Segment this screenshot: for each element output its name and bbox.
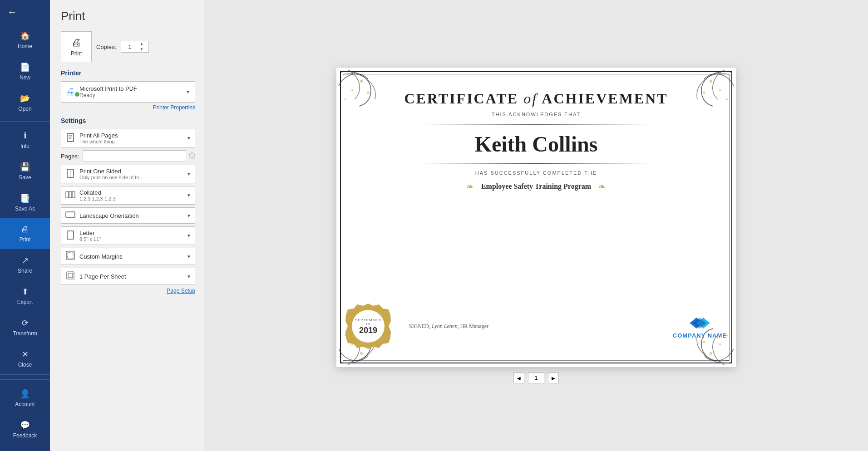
margins-icon — [65, 251, 76, 262]
print-all-pages-icon — [65, 133, 76, 144]
cert-ornament-right: ❧ — [598, 181, 606, 192]
page-setup-link[interactable]: Page Setup — [61, 288, 195, 294]
paper-size-sub: 8.5" x 11" — [79, 236, 183, 242]
sidebar-item-close[interactable]: ✕ Close — [0, 343, 50, 374]
company-name: COMPANY NAME — [673, 332, 727, 339]
paper-size-arrow: ▼ — [187, 233, 191, 238]
print-one-sided-text: Print One Sided Only print on one side o… — [79, 168, 183, 180]
share-icon: ↗ — [22, 255, 29, 265]
printer-properties-link[interactable]: Printer Properties — [61, 104, 195, 111]
printer-name: Microsoft Print to PDF — [79, 85, 137, 92]
sidebar-item-home[interactable]: 🏠 Home — [0, 25, 50, 56]
home-icon: 🏠 — [20, 31, 30, 41]
orientation-main: Landscape Orientation — [79, 212, 183, 219]
copies-input[interactable] — [121, 44, 138, 50]
cert-title: CERTIFICATE of ACHIEVEMENT — [404, 90, 668, 107]
margins-row[interactable]: Custom Margins ▼ — [61, 248, 195, 265]
pages-label: Pages: — [61, 153, 80, 160]
sidebar-item-save-as[interactable]: 📑 Save As — [0, 187, 50, 218]
sidebar-item-share[interactable]: ↗ Share — [0, 249, 50, 280]
sidebar-item-label: Close — [18, 362, 32, 368]
print-settings-panel: Print 🖨 Print Copies: ▲ ▼ Printer — [50, 0, 204, 451]
copies-down-button[interactable]: ▼ — [138, 47, 145, 52]
cert-signature-area: SIGNED, Lynn Letten, HR Manager — [409, 321, 673, 332]
sidebar-item-save[interactable]: 💾 Save — [0, 156, 50, 187]
sidebar-item-open[interactable]: 📂 Open — [0, 87, 50, 118]
sidebar-item-print[interactable]: 🖨 Print — [0, 218, 50, 249]
paper-size-main: Letter — [79, 230, 183, 236]
printer-device-icon: 🖨 — [66, 87, 75, 97]
cert-title-part1: CERTIFICATE — [404, 90, 523, 107]
sidebar-item-feedback[interactable]: 💬 Feedback — [0, 414, 50, 445]
svg-rect-8 — [72, 191, 75, 198]
sidebar-item-label: Info — [20, 143, 30, 149]
print-one-sided-sub: Only print on one side of th... — [79, 175, 183, 180]
pages-row: Pages: ⓘ — [61, 150, 195, 162]
collated-text: Collated 1,2,3 1,2,3 1,2,3 — [79, 189, 183, 201]
print-one-sided-icon — [65, 169, 76, 180]
print-all-pages-row[interactable]: Print All Pages The whole thing ▼ — [61, 129, 195, 147]
cert-sig-name: Lynn Letten — [432, 323, 458, 329]
cert-completed-text: HAS SUCCESSFULLY COMPLETED THE — [475, 170, 597, 176]
printer-section-title: Printer — [61, 69, 195, 77]
sidebar-item-label: Export — [17, 299, 33, 305]
pages-per-sheet-icon — [65, 271, 76, 282]
cert-ornament-left: ❧ — [466, 181, 474, 192]
svg-rect-9 — [66, 212, 75, 217]
paper-size-text: Letter 8.5" x 11" — [79, 230, 183, 242]
print-title: Print — [61, 9, 195, 23]
svg-rect-14 — [68, 273, 73, 278]
print-button[interactable]: 🖨 Print — [61, 31, 92, 62]
close-icon: ✕ — [22, 349, 29, 359]
settings-section: Settings Print All Pages The whole thing… — [61, 117, 195, 294]
sidebar-item-options[interactable]: ⚙ Options — [0, 445, 50, 451]
sidebar-item-label: Save — [19, 174, 31, 181]
printer-info: Microsoft Print to PDF Ready — [79, 85, 137, 98]
prev-page-button[interactable]: ◀ — [513, 373, 524, 383]
cert-title-italic: of — [523, 90, 538, 107]
collated-main: Collated — [79, 189, 183, 196]
sidebar-item-account[interactable]: 👤 Account — [0, 382, 50, 414]
cert-bottom: SEPTEMBER 19 2019 SIGNED, Lynn Letten, H… — [336, 304, 736, 349]
collated-row[interactable]: Collated 1,2,3 1,2,3 1,2,3 ▼ — [61, 186, 195, 205]
pages-info-icon[interactable]: ⓘ — [189, 152, 195, 160]
pages-per-sheet-arrow: ▼ — [187, 274, 191, 279]
sidebar-item-label: Print — [20, 236, 31, 243]
pages-input[interactable] — [83, 150, 186, 162]
sidebar-item-label: Share — [18, 268, 32, 274]
sidebar-item-info[interactable]: ℹ Info — [0, 124, 50, 156]
next-page-button[interactable]: ▶ — [548, 373, 559, 383]
cert-sig-label: SIGNED, — [409, 323, 432, 329]
copies-up-button[interactable]: ▲ — [138, 41, 145, 47]
cert-seal: SEPTEMBER 19 2019 — [345, 304, 391, 349]
preview-navigation: ◀ ▶ — [513, 373, 559, 383]
back-button[interactable]: ← — [0, 0, 50, 25]
copies-spinner: ▲ ▼ — [138, 41, 145, 52]
copies-input-group: ▲ ▼ — [121, 41, 149, 53]
sidebar-item-transform[interactable]: ⟳ Transform — [0, 312, 50, 343]
printer-section: Printer 🖨 Microsoft Print to PDF Ready ▼… — [61, 69, 195, 111]
sidebar-item-export[interactable]: ⬆ Export — [0, 280, 50, 312]
orientation-arrow: ▼ — [187, 213, 191, 218]
orientation-row[interactable]: Landscape Orientation ▼ — [61, 207, 195, 224]
sidebar-divider-1 — [0, 121, 50, 122]
sidebar-item-label: Home — [18, 43, 32, 49]
save-icon: 💾 — [20, 162, 30, 172]
cert-seal-year: 2019 — [359, 326, 377, 334]
cert-sig-line — [409, 321, 536, 321]
printer-selector[interactable]: 🖨 Microsoft Print to PDF Ready ▼ — [61, 81, 195, 103]
print-one-sided-row[interactable]: Print One Sided Only print on one side o… — [61, 165, 195, 183]
pages-per-sheet-row[interactable]: 1 Page Per Sheet ▼ — [61, 268, 195, 285]
cert-title-part2: ACHIEVEMENT — [538, 90, 668, 107]
sidebar-item-new[interactable]: 📄 New — [0, 56, 50, 87]
paper-size-row[interactable]: Letter 8.5" x 11" ▼ — [61, 226, 195, 245]
cert-divider-bottom — [423, 163, 650, 164]
page-number-input[interactable] — [528, 373, 544, 383]
certificate-preview: CERTIFICATE of ACHIEVEMENT THIS ACKNOWLE… — [336, 68, 736, 367]
cert-acknowledges: THIS ACKNOWLEDGES THAT — [492, 112, 581, 117]
orientation-icon — [65, 211, 76, 221]
cert-program-row: ❧ Employee Safety Training Program ❧ — [466, 181, 606, 192]
settings-section-title: Settings — [61, 117, 195, 124]
print-all-pages-sub: The whole thing — [79, 139, 183, 144]
svg-rect-12 — [68, 253, 73, 258]
